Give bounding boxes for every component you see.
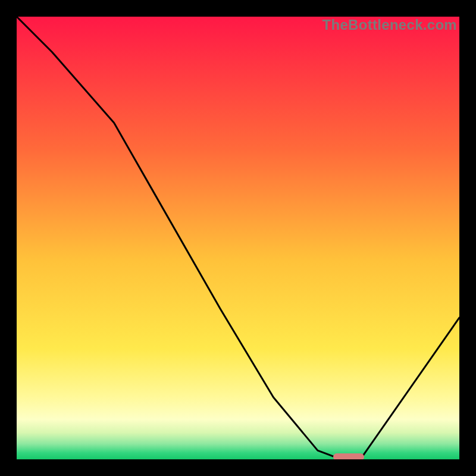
svg-rect-0 — [17, 17, 459, 459]
watermark-text: TheBottleneck.com — [322, 17, 457, 33]
background-gradient — [17, 17, 459, 459]
plot-area: TheBottleneck.com — [17, 17, 459, 459]
chart-frame: TheBottleneck.com — [0, 0, 476, 476]
optimal-range-marker — [333, 453, 365, 459]
